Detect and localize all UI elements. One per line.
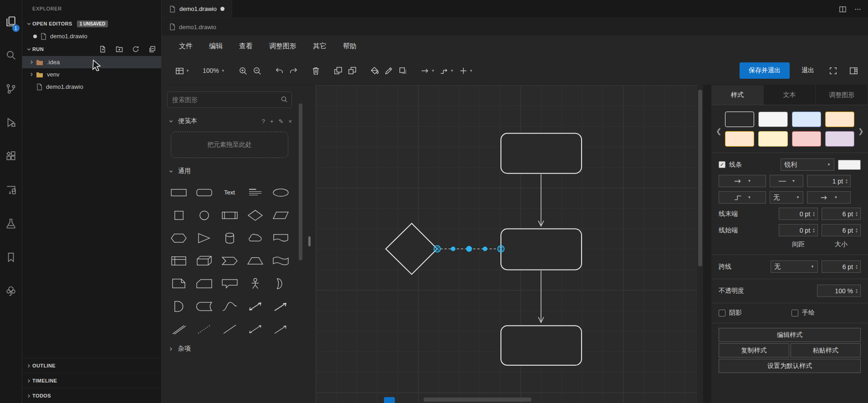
format-panel-toggle-icon[interactable] (847, 64, 861, 78)
set-default-style-button[interactable]: 设置为默认样式 (719, 359, 861, 373)
shape-document[interactable] (268, 226, 293, 249)
shape-rounded-rectangle[interactable] (191, 181, 217, 204)
line-start-spacing-spinner[interactable]: 0 pt▲▼ (779, 224, 818, 236)
menu-help[interactable]: 帮助 (343, 42, 357, 51)
shape-bidirectional-arrow[interactable] (242, 295, 268, 317)
waypoint-style-button[interactable]: ▼ (719, 191, 766, 204)
line-width-spinner[interactable]: 1 pt ▲▼ (807, 175, 851, 187)
menu-arrange[interactable]: 调整图形 (269, 42, 296, 51)
shapes-panel-scrollbar[interactable] (297, 85, 304, 403)
shape-callout[interactable] (217, 272, 242, 295)
fullscreen-icon[interactable] (826, 64, 840, 78)
to-back-icon[interactable] (345, 64, 359, 78)
line-color-swatch[interactable] (838, 160, 861, 170)
remote-explorer-icon[interactable] (0, 173, 22, 207)
shape-cloud[interactable] (242, 226, 268, 249)
shape-cube[interactable] (191, 249, 217, 272)
new-folder-icon[interactable] (116, 46, 123, 53)
delete-icon[interactable] (309, 64, 323, 78)
tab-arrange[interactable]: 调整图形 (816, 85, 868, 105)
line-pattern-button[interactable]: ▼ (770, 175, 803, 187)
menu-edit[interactable]: 编辑 (209, 42, 223, 51)
bookmarks-icon[interactable] (0, 240, 22, 274)
shape-line[interactable] (217, 317, 242, 340)
line-end-spacing-spinner[interactable]: 0 pt▲▼ (779, 208, 818, 220)
arrow-end-button[interactable]: ▼ (807, 191, 851, 204)
tab-style[interactable]: 样式 (711, 85, 764, 105)
new-file-icon[interactable] (99, 46, 107, 53)
resizer-grip[interactable] (308, 236, 311, 246)
shape-directional-connector[interactable] (268, 317, 293, 340)
split-editor-icon[interactable] (839, 5, 847, 13)
tab-demo1-drawio[interactable]: demo1.drawio (162, 0, 232, 18)
scratchpad-edit-icon[interactable]: ✎ (279, 118, 284, 125)
scratchpad-close-icon[interactable]: × (288, 118, 292, 125)
workspace-header[interactable]: RUN (22, 42, 161, 56)
exit-button[interactable]: 退出 (796, 62, 820, 79)
shape-square[interactable] (166, 204, 191, 226)
shape-parallelogram[interactable] (268, 204, 293, 226)
run-debug-icon[interactable] (0, 106, 22, 139)
save-and-exit-button[interactable]: 保存并退出 (740, 62, 790, 79)
shape-ellipse[interactable] (268, 181, 293, 204)
tree-item-demo1-drawio[interactable]: demo1.drawio (22, 81, 161, 93)
shape-rectangle[interactable] (166, 181, 191, 204)
fill-color-icon[interactable] (368, 64, 382, 78)
style-preset[interactable] (825, 112, 854, 127)
style-preset[interactable] (725, 131, 754, 147)
line-color-icon[interactable] (382, 64, 396, 78)
zoom-out-icon[interactable] (250, 64, 264, 78)
shape-arrow[interactable] (268, 295, 293, 317)
sketch-checkbox[interactable] (791, 310, 798, 316)
tree-item-venv[interactable]: venv (22, 68, 161, 81)
shape-triangle[interactable] (191, 226, 217, 249)
source-control-icon[interactable] (0, 72, 22, 106)
open-editors-header[interactable]: OPEN EDITORS 1 UNSAVED (22, 17, 161, 30)
tree-item-idea[interactable]: .idea (22, 56, 161, 68)
canvas-vertical-scrollbar[interactable] (697, 85, 703, 403)
shape-link[interactable] (166, 317, 191, 340)
shape-or[interactable] (268, 272, 293, 295)
shape-diamond[interactable] (242, 204, 268, 226)
waypoints-style-button[interactable]: ▼ (437, 64, 456, 78)
general-section-header[interactable]: 通用 (162, 163, 297, 180)
breadcrumb[interactable]: demo1.drawio (162, 18, 868, 36)
todo-tree-icon[interactable] (0, 274, 22, 308)
open-editor-item[interactable]: demo1.drawio (22, 30, 161, 42)
diagram-canvas[interactable] (316, 85, 697, 403)
shape-trapezoid[interactable] (242, 249, 268, 272)
timeline-section-header[interactable]: TIMELINE (22, 373, 161, 388)
style-preset[interactable] (758, 131, 787, 147)
connection-style-button[interactable]: ▼ (418, 64, 437, 78)
line-checkbox[interactable]: ✓ (719, 161, 725, 168)
to-front-icon[interactable] (331, 64, 345, 78)
style-preset[interactable] (725, 112, 754, 127)
scratchpad-help-icon[interactable]: ? (262, 118, 265, 125)
zoom-in-icon[interactable] (236, 64, 250, 78)
shape-textbox[interactable] (242, 181, 268, 204)
waypoints-dropdown[interactable]: 无▼ (770, 191, 803, 204)
presets-prev-icon[interactable]: ❮ (716, 127, 721, 135)
style-preset[interactable] (792, 112, 821, 127)
search-icon[interactable] (0, 38, 22, 72)
shape-bidirectional-connector[interactable] (242, 317, 268, 340)
shape-cylinder[interactable] (217, 226, 242, 249)
style-preset[interactable] (792, 131, 821, 147)
line-end-size-spinner[interactable]: 6 pt▲▼ (822, 208, 861, 220)
refresh-icon[interactable] (132, 46, 139, 53)
line-style-dropdown[interactable]: 锐利▼ (781, 158, 834, 171)
tab-text[interactable]: 文本 (764, 85, 816, 105)
shape-circle[interactable] (191, 204, 217, 226)
shape-tape[interactable] (268, 249, 293, 272)
menu-extras[interactable]: 其它 (313, 42, 327, 51)
line-start-size-spinner[interactable]: 6 pt▲▼ (822, 224, 861, 236)
activity-files-icon[interactable]: 1 (0, 5, 22, 38)
zoom-level-dropdown[interactable]: 100%▼ (200, 65, 228, 76)
shadow-checkbox[interactable] (719, 310, 725, 316)
extensions-icon[interactable] (0, 139, 22, 173)
style-preset[interactable] (758, 112, 787, 127)
shadow-icon[interactable] (396, 64, 410, 78)
misc-section-header[interactable]: 杂项 (162, 340, 297, 357)
presets-next-icon[interactable]: ❯ (858, 127, 863, 135)
opacity-spinner[interactable]: 100 %▲▼ (817, 285, 861, 297)
